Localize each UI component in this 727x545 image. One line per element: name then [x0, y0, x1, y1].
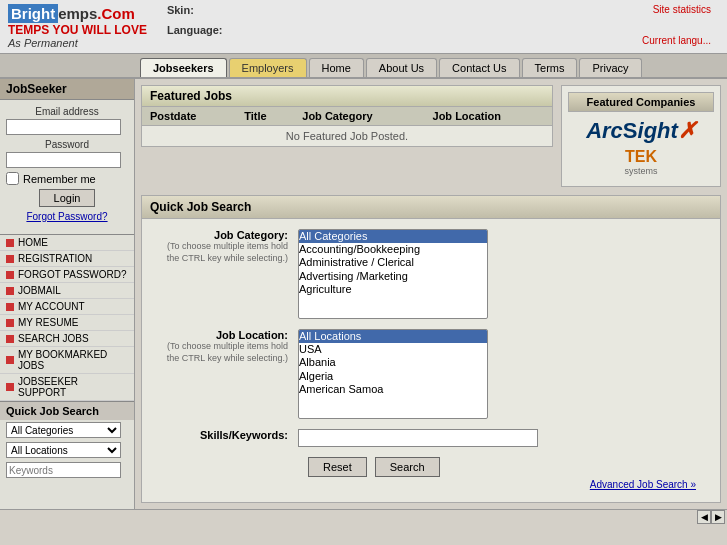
skills-input[interactable] [298, 429, 538, 447]
top-content-row: Featured Jobs Postdate Title Job Categor… [141, 85, 721, 187]
content-area: Featured Jobs Postdate Title Job Categor… [135, 79, 727, 509]
nav-square-icon [6, 287, 14, 295]
tab-about[interactable]: About Us [366, 58, 437, 77]
main-content: JobSeeker Email address Password Remembe… [0, 79, 727, 509]
logo-subtitle: As Permanent [8, 37, 147, 49]
tab-home[interactable]: Home [309, 58, 364, 77]
site-statistics-link[interactable]: Site statistics [642, 4, 711, 15]
skills-label: Skills/Keywords: [158, 429, 298, 441]
tab-employers[interactable]: Employers [229, 58, 307, 77]
sidebar-item-resume-label: MY RESUME [18, 317, 78, 328]
advanced-search-link[interactable]: Advanced Job Search » [158, 477, 704, 492]
sidebar-item-registration[interactable]: REGISTRATION [0, 251, 134, 267]
forgot-password-link[interactable]: Forgot Password? [6, 211, 128, 222]
sidebar-item-forgot[interactable]: FORGOT PASSWORD? [0, 267, 134, 283]
lang-label: Language: [167, 24, 223, 36]
site-links: Site statistics Current langu... [642, 4, 719, 46]
tek-logo[interactable]: TEK systems [568, 148, 714, 176]
nav-square-icon [6, 271, 14, 279]
logo-bright-text: Bright [8, 4, 58, 23]
password-label: Password [6, 139, 128, 150]
remember-checkbox[interactable] [6, 172, 19, 185]
featured-jobs-table: Postdate Title Job Category Job Location… [142, 107, 552, 146]
sidebar-item-search-jobs[interactable]: SEARCH JOBS [0, 331, 134, 347]
category-control: All Categories Accounting/Bookkeeping Ad… [298, 229, 704, 319]
skills-row: Skills/Keywords: [158, 429, 704, 447]
category-label: Job Category: (To choose multiple items … [158, 229, 298, 264]
nav-square-icon [6, 383, 14, 391]
nav-square-icon [6, 319, 14, 327]
email-field[interactable] [6, 119, 121, 135]
sidebar-item-jobmail[interactable]: JOBMAIL [0, 283, 134, 299]
nav-tabs: Jobseekers Employers Home About Us Conta… [0, 54, 727, 79]
sidebar-keywords-input[interactable] [6, 462, 121, 478]
current-language-link[interactable]: Current langu... [642, 35, 711, 46]
featured-companies-header: Featured Companies [568, 92, 714, 112]
sidebar-quick-title: Quick Job Search [0, 401, 134, 420]
sidebar-category-select[interactable]: All Categories [6, 422, 121, 438]
reset-button[interactable]: Reset [308, 457, 367, 477]
col-location: Job Location [425, 107, 552, 126]
sidebar-item-support-label: JOBSEEKER SUPPORT [18, 376, 128, 398]
search-button[interactable]: Search [375, 457, 440, 477]
col-category: Job Category [294, 107, 424, 126]
arcsight-logo[interactable]: ArcSight✗ [568, 118, 714, 144]
tek-systems-text: systems [568, 166, 714, 176]
logo-temps-text: emps [58, 5, 97, 22]
location-select[interactable]: All Locations USA Albania Algeria Americ… [298, 329, 488, 419]
tab-jobseekers[interactable]: Jobseekers [140, 58, 227, 77]
skills-control [298, 429, 704, 447]
arcsight-x-icon: ✗ [678, 118, 696, 143]
sidebar-item-account-label: MY ACCOUNT [18, 301, 85, 312]
email-label: Email address [6, 106, 128, 117]
sidebar-item-bookmarked[interactable]: MY BOOKMARKED JOBS [0, 347, 134, 374]
quick-search-header: Quick Job Search [142, 196, 720, 219]
header: Bright emps .Com TEMPS YOU WILL LOVE As … [0, 0, 727, 54]
remember-label: Remember me [23, 173, 96, 185]
skin-label: Skin: [167, 4, 194, 16]
logo-tagline: TEMPS YOU WILL LOVE [8, 23, 147, 37]
tab-contact[interactable]: Contact Us [439, 58, 519, 77]
sidebar-item-search-label: SEARCH JOBS [18, 333, 89, 344]
skin-lang-area: Skin: Language: [147, 4, 642, 44]
password-field[interactable] [6, 152, 121, 168]
tab-privacy[interactable]: Privacy [579, 58, 641, 77]
table-row: No Featured Job Posted. [142, 126, 552, 147]
login-button[interactable]: Login [39, 189, 96, 207]
sidebar-item-support[interactable]: JOBSEEKER SUPPORT [0, 374, 134, 401]
sidebar-item-bookmarked-label: MY BOOKMARKED JOBS [18, 349, 128, 371]
featured-companies: Featured Companies ArcSight✗ TEK systems [561, 85, 721, 187]
sidebar-item-registration-label: REGISTRATION [18, 253, 92, 264]
location-row: Job Location: (To choose multiple items … [158, 329, 704, 419]
nav-square-icon [6, 335, 14, 343]
sidebar-item-my-resume[interactable]: MY RESUME [0, 315, 134, 331]
category-row: Job Category: (To choose multiple items … [158, 229, 704, 319]
sidebar-item-forgot-label: FORGOT PASSWORD? [18, 269, 127, 280]
remember-row: Remember me [6, 172, 128, 185]
search-buttons: Reset Search [308, 457, 704, 477]
arcsight-logo-text: ArcSight✗ [568, 118, 714, 144]
empty-message: No Featured Job Posted. [142, 126, 552, 147]
scroll-left-btn[interactable]: ◀ [697, 510, 711, 524]
sidebar: JobSeeker Email address Password Remembe… [0, 79, 135, 509]
sidebar-item-jobmail-label: JOBMAIL [18, 285, 61, 296]
featured-jobs: Featured Jobs Postdate Title Job Categor… [141, 85, 553, 147]
category-select[interactable]: All Categories Accounting/Bookkeeping Ad… [298, 229, 488, 319]
featured-jobs-container: Featured Jobs Postdate Title Job Categor… [141, 85, 553, 155]
tab-terms[interactable]: Terms [522, 58, 578, 77]
col-title: Title [236, 107, 294, 126]
tek-logo-text: TEK [568, 148, 714, 166]
nav-square-icon [6, 303, 14, 311]
sidebar-nav: HOME REGISTRATION FORGOT PASSWORD? JOBMA… [0, 234, 134, 401]
sidebar-form: Email address Password Remember me Login… [0, 100, 134, 234]
nav-square-icon [6, 239, 14, 247]
sidebar-section-title: JobSeeker [0, 79, 134, 100]
quick-job-search: Quick Job Search Job Category: (To choos… [141, 195, 721, 503]
logo-com-text: .Com [97, 5, 135, 22]
sidebar-item-home[interactable]: HOME [0, 235, 134, 251]
scroll-right-btn[interactable]: ▶ [711, 510, 725, 524]
sidebar-location-select[interactable]: All Locations [6, 442, 121, 458]
quick-search-body: Job Category: (To choose multiple items … [142, 219, 720, 502]
sidebar-item-my-account[interactable]: MY ACCOUNT [0, 299, 134, 315]
sidebar-location-select-wrapper: All Locations [0, 440, 134, 460]
